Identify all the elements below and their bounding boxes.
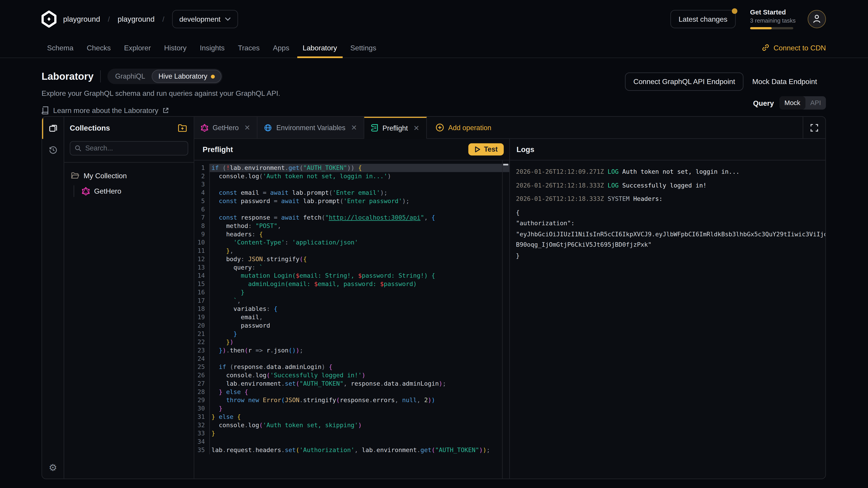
- line-number: 19: [194, 313, 209, 322]
- code-line[interactable]: 8 method: "POST",: [194, 222, 509, 230]
- nav-item-schema[interactable]: Schema: [41, 38, 79, 58]
- code-line[interactable]: 6: [194, 205, 509, 214]
- tab-gethero[interactable]: GetHero ✕: [194, 117, 258, 138]
- code-line-content: const password = await lab.prompt('Enter…: [209, 197, 509, 205]
- mode-toggle-hive-laboratory[interactable]: Hive Laboratory: [152, 70, 222, 83]
- code-line[interactable]: 19 email,: [194, 313, 509, 322]
- code-editor[interactable]: 1if (!lab.environment.get("AUTH_TOKEN"))…: [194, 160, 509, 479]
- code-line[interactable]: 30 }: [194, 404, 509, 413]
- link-icon: [762, 43, 770, 51]
- code-line-content: }: [209, 429, 509, 437]
- code-line[interactable]: 14 mutation Login($email: String!, $pass…: [194, 271, 509, 280]
- code-line[interactable]: 22 }): [194, 338, 509, 346]
- rail-settings-button[interactable]: ⚙: [42, 456, 64, 479]
- preflight-editor-panel: Preflight Test 1if (!lab.environment.get…: [194, 139, 510, 479]
- code-line[interactable]: 10 'Content-Type': 'application/json': [194, 238, 509, 247]
- tab-preflight[interactable]: Preflight ✕: [364, 117, 427, 139]
- code-line[interactable]: 16 }: [194, 288, 509, 297]
- add-operation-button[interactable]: Add operation: [427, 117, 500, 138]
- code-line-content: `,: [209, 297, 509, 305]
- collections-icon: [49, 123, 57, 132]
- new-collection-button[interactable]: [178, 124, 187, 132]
- code-line[interactable]: 3: [194, 180, 509, 189]
- operation-tabbar: GetHero ✕ Environment Variables ✕ Prefli…: [194, 117, 826, 139]
- close-icon[interactable]: ✕: [413, 124, 420, 132]
- nav-item-insights[interactable]: Insights: [194, 38, 230, 58]
- code-line[interactable]: 34: [194, 437, 509, 446]
- avatar[interactable]: [808, 10, 826, 28]
- close-icon[interactable]: ✕: [351, 123, 357, 132]
- nav-item-checks[interactable]: Checks: [81, 38, 116, 58]
- code-line[interactable]: 4 const email = await lab.prompt('Enter …: [194, 189, 509, 197]
- code-line[interactable]: 7 const response = await fetch("http://l…: [194, 214, 509, 222]
- code-line[interactable]: 27 lab.environment.set("AUTH_TOKEN", res…: [194, 380, 509, 388]
- log-entry: 2026-01-26T12:12:18.333Z SYSTEM Headers:: [516, 194, 825, 204]
- query-toggle-mock[interactable]: Mock: [779, 96, 805, 109]
- line-number: 27: [194, 380, 209, 388]
- code-line[interactable]: 25 if (response.data.adminLogin) {: [194, 363, 509, 371]
- learn-more-link[interactable]: Learn more about the Laboratory: [41, 106, 826, 115]
- nav-item-settings[interactable]: Settings: [345, 38, 382, 58]
- query-toggle-api[interactable]: API: [805, 96, 826, 109]
- code-line[interactable]: 11 },: [194, 247, 509, 255]
- nav-item-laboratory[interactable]: Laboratory: [297, 38, 342, 58]
- code-line-content: variables: {: [209, 305, 509, 313]
- line-number: 3: [194, 180, 209, 189]
- get-started-widget[interactable]: Get Started 3 remaining tasks: [750, 8, 793, 29]
- operation-gethero[interactable]: GetHero: [81, 185, 188, 197]
- code-line-content: }): [209, 338, 509, 346]
- code-line-content: adminLogin(email: $email, password: $pas…: [209, 280, 509, 288]
- collection-folder-my-collection[interactable]: My Collection: [70, 170, 188, 181]
- mode-toggle-graphiql[interactable]: GraphiQL: [108, 70, 152, 83]
- code-line[interactable]: 29 throw new Error(JSON.stringify(respon…: [194, 396, 509, 404]
- code-line[interactable]: 31} else {: [194, 413, 509, 421]
- latest-changes-button[interactable]: Latest changes: [670, 10, 736, 28]
- hive-logo-icon[interactable]: [40, 10, 58, 27]
- code-line[interactable]: 23 }).then(r => r.json());: [194, 346, 509, 355]
- search-input[interactable]: [85, 144, 183, 152]
- connect-graphql-endpoint-button[interactable]: Connect GraphQL API Endpoint: [625, 72, 743, 91]
- code-line[interactable]: 26 console.log('Successfully logged in!'…: [194, 371, 509, 380]
- code-line[interactable]: 15 adminLogin(email: $email, password: $…: [194, 280, 509, 288]
- folder-open-icon: [71, 172, 79, 180]
- code-line[interactable]: 20 password: [194, 322, 509, 330]
- scrollbar-thumb[interactable]: [503, 164, 508, 165]
- code-line[interactable]: 32 console.log('Auth token set, skipping…: [194, 421, 509, 429]
- nav-item-traces[interactable]: Traces: [232, 38, 265, 58]
- mock-data-endpoint-button[interactable]: Mock Data Endpoint: [743, 73, 826, 90]
- code-line-content: console.log('Auth token set, skipping'): [209, 421, 509, 429]
- line-number: 12: [194, 255, 209, 263]
- code-line[interactable]: 28 } else {: [194, 388, 509, 396]
- close-icon[interactable]: ✕: [244, 123, 250, 132]
- code-line[interactable]: 12 body: JSON.stringify({: [194, 255, 509, 263]
- code-line[interactable]: 5 const password = await lab.prompt('Ent…: [194, 197, 509, 205]
- code-line-content: },: [209, 247, 509, 255]
- code-line[interactable]: 21 }: [194, 330, 509, 338]
- tab-environment-variables[interactable]: Environment Variables ✕: [257, 117, 364, 138]
- code-line[interactable]: 13 query: `: [194, 263, 509, 272]
- rail-collections-button[interactable]: [42, 117, 64, 139]
- rail-history-button[interactable]: [42, 139, 64, 161]
- code-line[interactable]: 9 headers: {: [194, 230, 509, 238]
- breadcrumb-project[interactable]: playground: [118, 15, 155, 23]
- log-json-line: {: [516, 207, 825, 218]
- breadcrumb-org[interactable]: playground: [63, 15, 100, 23]
- code-line[interactable]: 18 variables: {: [194, 305, 509, 313]
- nav-item-history[interactable]: History: [159, 38, 192, 58]
- test-button[interactable]: Test: [468, 143, 504, 156]
- code-line[interactable]: 2 console.log('Auth token not set, loggi…: [194, 172, 509, 181]
- code-line-content: lab.environment.set("AUTH_TOKEN", respon…: [209, 380, 509, 388]
- code-line[interactable]: 1if (!lab.environment.get("AUTH_TOKEN"))…: [194, 164, 509, 172]
- connect-to-cdn-link[interactable]: Connect to CDN: [762, 38, 826, 58]
- book-icon: [41, 106, 49, 115]
- fullscreen-button[interactable]: [803, 117, 825, 138]
- target-select[interactable]: development: [172, 10, 238, 28]
- code-line[interactable]: 33}: [194, 429, 509, 437]
- get-started-title: Get Started: [750, 8, 793, 16]
- code-line[interactable]: 17 `,: [194, 297, 509, 305]
- code-line[interactable]: 35lab.request.headers.set('Authorization…: [194, 446, 509, 454]
- line-number: 26: [194, 371, 209, 380]
- code-line[interactable]: 24: [194, 355, 509, 363]
- nav-item-explorer[interactable]: Explorer: [119, 38, 156, 58]
- nav-item-apps[interactable]: Apps: [268, 38, 295, 58]
